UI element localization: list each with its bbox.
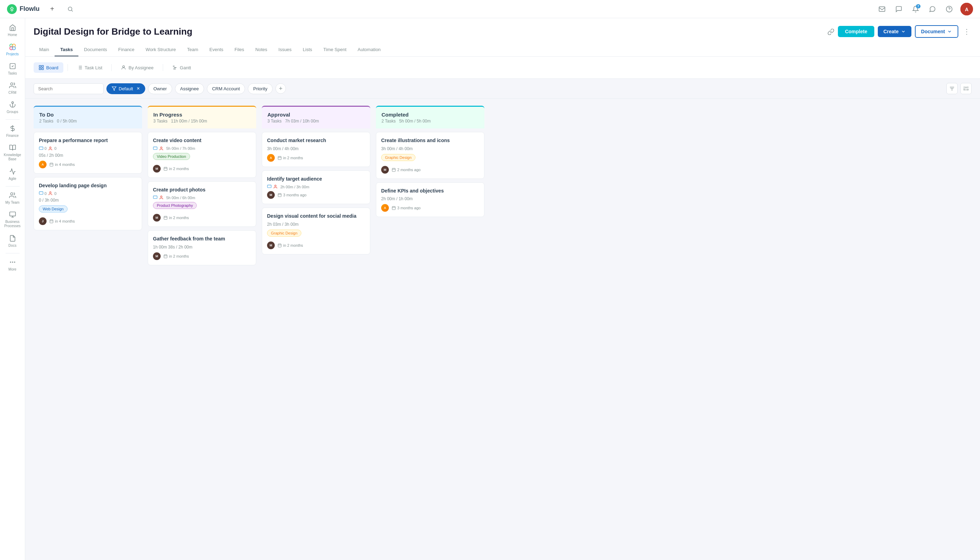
svg-rect-67 xyxy=(164,167,167,170)
tab-events[interactable]: Events xyxy=(204,43,229,57)
card-avatar: M xyxy=(153,214,161,222)
column-completed-cards: Create illustrations and icons 3h 00m / … xyxy=(376,132,484,553)
column-todo-cards: Prepare a performance report 0 0 xyxy=(33,132,142,553)
help-icon[interactable] xyxy=(943,3,955,15)
filter-default-button[interactable]: Default ✕ xyxy=(107,83,145,94)
tab-timespent[interactable]: Time Spent xyxy=(318,43,352,57)
search-button[interactable] xyxy=(65,3,76,15)
svg-point-36 xyxy=(123,66,125,68)
logo-icon xyxy=(7,4,17,14)
svg-point-86 xyxy=(275,185,276,187)
sidebar-item-crm[interactable]: CRM xyxy=(2,79,23,97)
settings-icon-button[interactable] xyxy=(960,83,972,94)
sidebar-item-docs[interactable]: Docs xyxy=(2,232,23,250)
tab-lists[interactable]: Lists xyxy=(297,43,318,57)
add-filter-button[interactable]: + xyxy=(275,83,286,94)
logo[interactable]: Flowlu xyxy=(7,4,40,14)
link-icon[interactable] xyxy=(827,28,834,35)
column-inprogress: In Progress 3 Tasks 11h 00m / 15h 00m Cr… xyxy=(148,106,256,553)
sidebar-item-projects[interactable]: Projects xyxy=(2,40,23,59)
more-options-button[interactable]: ⋮ xyxy=(962,26,972,37)
myteam-icon xyxy=(9,192,17,199)
card-avatar: M xyxy=(267,242,275,249)
svg-rect-28 xyxy=(42,68,43,70)
crm-icon xyxy=(9,82,17,89)
svg-rect-27 xyxy=(42,65,43,67)
message-icon[interactable] xyxy=(927,3,938,15)
tab-workstructure[interactable]: Work Structure xyxy=(140,43,181,57)
add-button[interactable]: + xyxy=(47,3,58,15)
sort-icon-button[interactable] xyxy=(947,83,958,94)
filter-crm-button[interactable]: CRM Account xyxy=(207,83,245,94)
projects-icon xyxy=(9,43,17,51)
sidebar-item-more[interactable]: More xyxy=(2,255,23,274)
notification-badge: 7 xyxy=(916,4,920,8)
card-develop-landing[interactable]: Develop landing page design 0 0 xyxy=(33,177,142,231)
more-icon xyxy=(9,258,17,266)
mail-icon[interactable] xyxy=(877,3,888,15)
project-title: Digital Design for Bridge to Learning xyxy=(33,26,192,37)
view-gantt-button[interactable]: Gantt xyxy=(167,62,196,73)
svg-point-17 xyxy=(12,102,13,103)
document-button[interactable]: Document xyxy=(915,25,958,38)
notification-icon[interactable]: 7 xyxy=(910,3,921,15)
svg-marker-40 xyxy=(112,87,116,91)
tab-team[interactable]: Team xyxy=(182,43,204,57)
svg-rect-99 xyxy=(392,207,395,210)
tab-tasks[interactable]: Tasks xyxy=(55,43,78,57)
card-product-photos[interactable]: Create product photos 5h 00m / 6h 00m xyxy=(148,181,256,227)
card-target-audience[interactable]: Identify target audience 2h 00m / 3h 00m xyxy=(262,170,370,204)
top-bar-actions: 7 A xyxy=(877,3,973,15)
sidebar-item-knowledge[interactable]: Knowledge Base xyxy=(2,141,23,164)
filter-priority-button[interactable]: Priority xyxy=(248,83,272,94)
complete-button[interactable]: Complete xyxy=(838,26,874,37)
column-todo: To Do 2 Tasks 0 / 5h 00m Prepare a perfo… xyxy=(33,106,142,553)
tab-files[interactable]: Files xyxy=(229,43,250,57)
card-illustrations[interactable]: Create illustrations and icons 3h 00m / … xyxy=(376,132,484,179)
sidebar-item-home[interactable]: Home xyxy=(2,21,23,40)
svg-rect-95 xyxy=(392,168,395,172)
card-prepare-report[interactable]: Prepare a performance report 0 0 xyxy=(33,132,142,173)
card-kpis[interactable]: Define KPIs and objectives 2h 00m / 1h 0… xyxy=(376,182,484,217)
view-board-button[interactable]: Board xyxy=(33,62,63,73)
column-approval-cards: Conduct market research 3h 00m / 4h 00m … xyxy=(262,132,370,553)
tab-documents[interactable]: Documents xyxy=(78,43,113,57)
view-tasklist-button[interactable]: Task List xyxy=(72,62,107,73)
tab-main[interactable]: Main xyxy=(33,43,55,57)
tab-automation[interactable]: Automation xyxy=(352,43,387,57)
card-market-research[interactable]: Conduct market research 3h 00m / 4h 00m … xyxy=(262,132,370,167)
sidebar-item-myteam[interactable]: My Team xyxy=(2,188,23,207)
svg-rect-29 xyxy=(39,68,41,70)
sidebar-item-agile[interactable]: Agile xyxy=(2,165,23,183)
svg-rect-53 xyxy=(39,147,43,150)
sidebar-item-groups[interactable]: Groups xyxy=(2,98,23,117)
tab-issues[interactable]: Issues xyxy=(273,43,298,57)
tab-notes[interactable]: Notes xyxy=(250,43,273,57)
groups-icon xyxy=(9,101,17,108)
card-gather-feedback[interactable]: Gather feedback from the team 1h 00m 38s… xyxy=(148,230,256,265)
sidebar-item-tasks[interactable]: Tasks xyxy=(2,60,23,78)
project-title-row: Digital Design for Bridge to Learning Co… xyxy=(33,25,972,38)
project-actions: Complete Create Document ⋮ xyxy=(827,25,972,38)
create-button[interactable]: Create xyxy=(878,26,912,37)
filter-assignee-button[interactable]: Assignee xyxy=(175,83,204,94)
board-toolbar: Board Task List By Assignee xyxy=(25,57,980,79)
card-visual-content[interactable]: Design visual content for social media 2… xyxy=(262,208,370,255)
card-video-content[interactable]: Create video content 5h 00m / 7h 00m xyxy=(148,132,256,178)
sidebar-item-business[interactable]: Business Processes xyxy=(2,208,23,231)
tab-finance[interactable]: Finance xyxy=(113,43,140,57)
view-byassignee-button[interactable]: By Assignee xyxy=(116,62,158,73)
user-avatar[interactable]: A xyxy=(960,3,973,15)
chat-icon[interactable] xyxy=(893,3,904,15)
card-avatar: M xyxy=(381,166,389,173)
svg-rect-20 xyxy=(10,212,15,216)
svg-point-54 xyxy=(50,147,51,148)
svg-rect-71 xyxy=(153,196,157,199)
board-area: Board Task List By Assignee xyxy=(25,57,980,560)
docs-icon xyxy=(9,235,17,242)
sidebar-item-finance[interactable]: Finance xyxy=(2,122,23,140)
search-input[interactable] xyxy=(33,83,103,94)
svg-point-0 xyxy=(68,7,72,11)
card-avatar: M xyxy=(153,165,161,173)
filter-owner-button[interactable]: Owner xyxy=(148,83,172,94)
